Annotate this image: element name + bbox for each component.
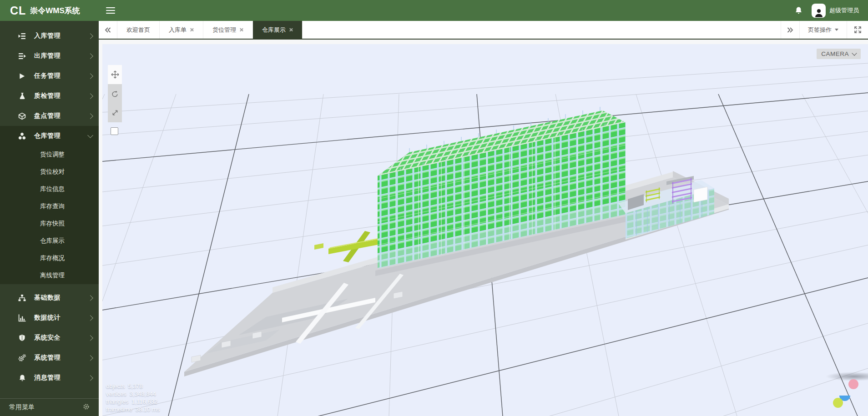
cube-icon (18, 112, 26, 120)
sidebar-subitem-slot-adjust[interactable]: 货位调整 (0, 146, 99, 163)
sidebar-item-label: 仓库管理 (34, 132, 61, 140)
fullscreen-icon (854, 26, 861, 33)
tabbar-actions: 页签操作 (781, 21, 868, 39)
camera-label: CAMERA (821, 50, 849, 57)
tab-warehouse-view[interactable]: 仓库展示 (253, 21, 303, 39)
sidebar-item-label: 系统安全 (34, 334, 61, 342)
tab-bar: 欢迎首页 入库单 货位管理 仓库展示 页签操作 (99, 21, 868, 40)
top-header: CL 崇令WMS系统 超级管理员 (0, 0, 868, 21)
play-icon (18, 72, 26, 80)
sidebar-item-label: 质检管理 (34, 92, 61, 100)
chevron-right-icon (87, 113, 93, 119)
chevron-right-icon (87, 335, 93, 341)
sidebar-menu: 入库管理 出库管理 任务管理 质检 (0, 21, 99, 398)
sidebar-item-security[interactable]: 系统安全 (0, 328, 99, 348)
scene-option-checkbox[interactable] (111, 127, 118, 135)
tab-actions-dropdown[interactable]: 页签操作 (799, 21, 847, 39)
sidebar-subitem-stock-overview[interactable]: 库存概况 (0, 250, 99, 267)
tabs-scroll-left-button[interactable] (99, 21, 117, 39)
sidebar-subitem-warehouse-view[interactable]: 仓库展示 (0, 232, 99, 250)
fullscreen-button[interactable] (847, 21, 868, 39)
avatar (812, 4, 826, 18)
chevron-right-icon (87, 375, 93, 381)
rotate-icon (111, 90, 119, 98)
outbound-icon (18, 52, 26, 60)
double-chevron-left-icon (105, 27, 111, 33)
sidebar-footer: 常用菜单 (0, 398, 99, 416)
sidebar-subitem-stock-query[interactable]: 库存查询 (0, 198, 99, 215)
inbound-icon (18, 32, 26, 40)
sidebar-item-label: 基础数据 (34, 294, 61, 302)
sidebar-item-warehouse[interactable]: 仓库管理 (0, 126, 99, 146)
chevron-right-icon (87, 315, 93, 321)
sidebar-item-label: 任务管理 (34, 72, 61, 80)
sidebar-item-label: 系统管理 (34, 354, 61, 362)
double-chevron-right-icon (787, 27, 793, 33)
sidebar-item-label: 消息管理 (34, 374, 61, 382)
chevron-right-icon (87, 93, 93, 99)
camera-select[interactable]: CAMERA (817, 49, 861, 59)
sidebar-toggle-button[interactable] (106, 7, 115, 14)
sidebar-subitem-offline-mgmt[interactable]: 离线管理 (0, 267, 99, 284)
viewport: CAMERA (102, 44, 868, 416)
close-icon[interactable] (289, 28, 293, 32)
bell-icon (18, 374, 26, 382)
logo-mark: CL (10, 5, 26, 16)
sidebar-item-stocktake[interactable]: 盘点管理 (0, 106, 99, 126)
rotate-tool-button[interactable] (108, 84, 122, 103)
sidebar-item-label: 数据统计 (34, 314, 61, 322)
sidebar-subitem-stock-snapshot[interactable]: 库存快照 (0, 215, 99, 232)
sidebar-subitem-location-info[interactable]: 库位信息 (0, 180, 99, 198)
user-menu[interactable]: 超级管理员 (812, 4, 859, 18)
tab-slot-management[interactable]: 货位管理 (203, 21, 253, 39)
sidebar-item-outbound[interactable]: 出库管理 (0, 46, 99, 66)
sidebar-item-messages[interactable]: 消息管理 (0, 368, 99, 388)
sitemap-icon (18, 294, 26, 302)
settings-gear-button[interactable] (83, 403, 90, 411)
scale-icon (111, 109, 119, 117)
app-logo[interactable]: CL 崇令WMS系统 (0, 5, 99, 16)
sidebar-item-system[interactable]: 系统管理 (0, 348, 99, 368)
sidebar-item-tasks[interactable]: 任务管理 (0, 66, 99, 86)
chevron-down-icon (87, 132, 93, 138)
sidebar-group-warehouse: 仓库管理 货位调整 货位校对 库位信息 库存查询 库存快照 仓库展示 库存概况 … (0, 126, 99, 284)
pan-tool-button[interactable] (108, 65, 122, 84)
app-title: 崇令WMS系统 (30, 5, 80, 16)
shield-icon (18, 334, 26, 342)
sidebar-subitem-slot-check[interactable]: 货位校对 (0, 163, 99, 180)
chevron-right-icon (87, 355, 93, 361)
user-icon (814, 8, 824, 18)
pan-icon (111, 70, 120, 79)
cubes-icon (18, 132, 26, 140)
bell-icon (795, 6, 802, 15)
tab-inbound-order[interactable]: 入库单 (160, 21, 203, 39)
nav-gizmo[interactable] (826, 372, 868, 408)
sidebar-item-inbound[interactable]: 入库管理 (0, 26, 99, 46)
notifications-button[interactable] (793, 5, 803, 15)
sidebar-item-label: 入库管理 (34, 32, 61, 40)
wms-app: CL 崇令WMS系统 超级管理员 (0, 0, 868, 416)
close-icon[interactable] (190, 28, 194, 32)
sidebar: 入库管理 出库管理 任务管理 质检 (0, 21, 99, 416)
sidebar-item-label: 出库管理 (34, 52, 61, 60)
tabs-scroll-right-button[interactable] (781, 21, 799, 39)
gear-icon (83, 403, 90, 410)
sidebar-item-statistics[interactable]: 数据统计 (0, 308, 99, 328)
warehouse-3d-scene[interactable] (102, 44, 868, 416)
caret-down-icon (835, 29, 838, 31)
tab-home[interactable]: 欢迎首页 (117, 21, 160, 39)
sidebar-item-label: 盘点管理 (34, 112, 61, 120)
sidebar-item-qc[interactable]: 质检管理 (0, 86, 99, 106)
chevron-right-icon (87, 33, 93, 39)
sidebar-item-base-data[interactable]: 基础数据 (0, 288, 99, 308)
gears-icon (18, 354, 26, 362)
bar-chart-icon (18, 314, 26, 322)
scale-tool-button[interactable] (108, 103, 122, 122)
header-right: 超级管理员 (793, 4, 868, 18)
chevron-right-icon (87, 73, 93, 79)
white-board (694, 187, 707, 202)
close-icon[interactable] (239, 28, 243, 32)
flask-icon (18, 92, 26, 100)
hamburger-icon (106, 7, 115, 8)
common-menu-label: 常用菜单 (9, 403, 35, 411)
